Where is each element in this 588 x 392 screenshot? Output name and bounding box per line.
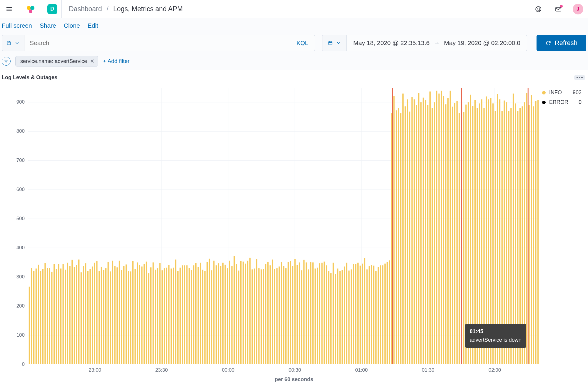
svg-rect-72 <box>134 269 136 364</box>
svg-rect-58 <box>103 270 104 364</box>
svg-rect-189 <box>398 108 399 364</box>
x-tick-label: 00:00 <box>222 367 234 373</box>
svg-rect-113 <box>227 268 228 364</box>
space-selector[interactable]: D <box>43 0 62 18</box>
svg-rect-99 <box>195 263 196 364</box>
nav-menu-button[interactable] <box>0 0 18 18</box>
svg-rect-227 <box>483 108 484 364</box>
svg-rect-150 <box>310 262 311 364</box>
svg-rect-109 <box>218 263 219 364</box>
svg-rect-161 <box>335 274 336 364</box>
chart-legend: INFO 902 ERROR 0 <box>542 88 583 109</box>
svg-rect-54 <box>94 263 95 364</box>
user-menu[interactable]: J <box>568 0 588 18</box>
svg-rect-158 <box>328 271 329 364</box>
edit-link[interactable]: Edit <box>88 22 98 29</box>
svg-rect-39 <box>60 268 61 364</box>
svg-rect-163 <box>339 271 341 364</box>
svg-rect-174 <box>364 258 365 364</box>
svg-rect-111 <box>222 263 224 364</box>
calendar-icon <box>328 40 333 46</box>
svg-rect-213 <box>452 107 453 364</box>
svg-rect-27 <box>33 271 34 364</box>
svg-rect-32 <box>44 263 46 364</box>
svg-rect-171 <box>357 263 359 364</box>
svg-rect-172 <box>360 266 361 364</box>
svg-rect-68 <box>126 265 127 364</box>
svg-rect-191 <box>402 94 404 364</box>
remove-filter-icon[interactable]: ✕ <box>90 58 94 64</box>
svg-rect-137 <box>281 262 282 364</box>
svg-rect-57 <box>101 267 102 364</box>
svg-rect-238 <box>508 111 509 364</box>
svg-rect-105 <box>209 259 210 364</box>
search-input[interactable] <box>24 35 290 51</box>
svg-rect-187 <box>393 96 394 364</box>
svg-rect-167 <box>348 270 349 364</box>
svg-rect-127 <box>258 268 259 364</box>
svg-rect-154 <box>319 263 320 364</box>
kql-toggle[interactable]: KQL <box>290 35 315 51</box>
svg-rect-231 <box>492 103 494 364</box>
svg-rect-212 <box>450 91 451 364</box>
news-button[interactable] <box>548 0 568 18</box>
date-picker[interactable]: May 18, 2020 @ 22:35:13.6 → May 19, 2020… <box>322 35 527 51</box>
elastic-logo-icon <box>26 4 35 14</box>
svg-rect-80 <box>153 263 154 364</box>
svg-rect-243 <box>519 108 521 364</box>
add-filter-button[interactable]: + Add filter <box>103 58 129 64</box>
svg-rect-84 <box>161 270 163 364</box>
save-icon <box>6 40 11 46</box>
svg-rect-194 <box>409 112 410 364</box>
refresh-button[interactable]: Refresh <box>537 35 586 51</box>
x-tick-label: 01:30 <box>422 367 434 373</box>
svg-rect-144 <box>297 265 298 364</box>
svg-rect-188 <box>396 110 397 364</box>
svg-rect-44 <box>71 260 73 364</box>
svg-rect-169 <box>353 264 354 364</box>
arrow-right-icon: → <box>434 39 440 46</box>
svg-rect-239 <box>510 108 512 364</box>
svg-rect-115 <box>231 266 232 364</box>
filter-pill-service-name[interactable]: service.name: advertService ✕ <box>15 56 98 67</box>
svg-rect-95 <box>186 265 187 364</box>
saved-queries-button[interactable] <box>2 35 24 51</box>
svg-rect-250 <box>535 101 536 364</box>
elastic-logo[interactable] <box>18 0 43 18</box>
panel-options-button[interactable] <box>574 75 585 80</box>
svg-rect-123 <box>249 258 251 364</box>
svg-rect-152 <box>315 268 316 364</box>
x-tick-label: 23:30 <box>155 367 168 373</box>
svg-rect-241 <box>515 103 516 364</box>
hamburger-icon <box>6 6 12 12</box>
svg-rect-203 <box>429 92 431 364</box>
x-tick-label: 23:00 <box>89 367 101 373</box>
date-from: May 18, 2020 @ 22:35:13.6 <box>353 39 430 46</box>
help-button[interactable] <box>528 0 548 18</box>
svg-rect-165 <box>344 267 345 364</box>
svg-rect-136 <box>279 267 280 364</box>
svg-rect-74 <box>139 265 140 364</box>
breadcrumb-root[interactable]: Dashboard <box>69 5 102 13</box>
svg-point-1 <box>30 6 34 10</box>
svg-rect-229 <box>488 99 489 364</box>
legend-item-error[interactable]: ERROR 0 <box>542 99 583 105</box>
svg-rect-73 <box>137 263 138 364</box>
chevron-down-icon <box>336 40 341 46</box>
share-link[interactable]: Share <box>40 22 56 29</box>
svg-rect-153 <box>317 268 318 364</box>
y-tick-label: 800 <box>16 128 25 134</box>
svg-rect-104 <box>206 262 208 364</box>
svg-rect-25 <box>29 287 30 364</box>
filter-options-button[interactable] <box>2 57 11 66</box>
svg-rect-180 <box>378 267 379 364</box>
svg-rect-156 <box>324 262 325 364</box>
chart[interactable]: INFO 902 ERROR 0 01:45 advertService is … <box>5 88 583 388</box>
svg-rect-131 <box>267 262 269 364</box>
clone-link[interactable]: Clone <box>64 22 80 29</box>
svg-rect-146 <box>301 270 302 364</box>
svg-rect-65 <box>119 261 120 364</box>
svg-rect-192 <box>405 106 406 364</box>
legend-item-info[interactable]: INFO 902 <box>542 89 583 96</box>
full-screen-link[interactable]: Full screen <box>2 22 32 29</box>
